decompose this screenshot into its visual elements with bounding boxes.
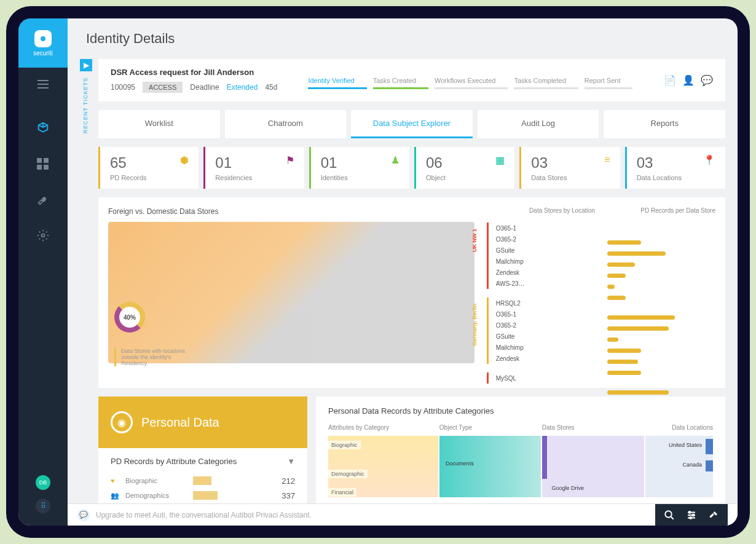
tab-chatroom[interactable]: Chatroom	[225, 110, 347, 138]
bar	[607, 326, 669, 331]
tab-reports[interactable]: Reports	[604, 110, 725, 138]
map-card: Foreign vs. Domestic Data Stores 40% Dat…	[98, 197, 725, 388]
stat-data-locations[interactable]: 03Data Locations📍	[625, 147, 725, 189]
stat-residencies[interactable]: 01Residencies⚑	[203, 147, 304, 189]
bar	[607, 274, 626, 278]
bar	[607, 390, 669, 395]
user-avatar[interactable]: DB	[36, 475, 50, 490]
step-report: Report Sent	[585, 77, 621, 84]
stat-identities[interactable]: 01Identities♟	[309, 147, 409, 189]
bar	[607, 296, 626, 300]
brand-name: securiti	[33, 50, 53, 57]
sankey-title: Personal Data Records by Attribute Categ…	[328, 406, 713, 416]
tab-explorer[interactable]: Data Subject Explorer	[351, 110, 473, 138]
step-verified: Identity Verified	[308, 77, 354, 84]
personal-data-card: ◉ Personal Data PD Records by Attribute …	[98, 396, 307, 519]
shield-eye-icon: ◉	[111, 411, 133, 433]
people-icon: 👥	[111, 492, 119, 500]
location-group-berlin: Germany, Berlin HRSQL2 O365-1 O365-2 GSu…	[487, 298, 595, 364]
sk-h2: Object Type	[439, 424, 542, 431]
nav-item-gear[interactable]	[34, 226, 52, 245]
document-icon[interactable]: 📄	[664, 74, 676, 86]
pd-subtitle: PD Records by Attribute Categories	[111, 457, 237, 466]
footer-text: Upgrade to meet Auti, the conversational…	[96, 511, 312, 519]
stat-pd-records[interactable]: 65PD Records⬢	[98, 147, 199, 189]
request-header: DSR Access request for Jill Anderson 100…	[98, 59, 725, 101]
deadline-days: 45d	[265, 83, 277, 92]
step-tasks-created: Tasks Created	[373, 77, 416, 84]
svg-rect-1	[44, 158, 49, 163]
tab-worklist[interactable]: Worklist	[98, 110, 220, 138]
sk-h4: Data Locations	[645, 424, 713, 431]
recent-tickets-label: RECENT TICKETS	[82, 77, 89, 133]
chat-bubble-icon[interactable]: 💬	[77, 509, 90, 521]
bar	[607, 240, 641, 245]
bar	[607, 337, 618, 342]
menu-toggle-icon[interactable]	[37, 80, 49, 89]
svg-rect-0	[37, 158, 42, 163]
step-tasks-completed: Tasks Completed	[514, 77, 565, 84]
stat-object[interactable]: 06Object▦	[414, 147, 514, 189]
sankey-card: Personal Data Records by Attribute Categ…	[316, 396, 725, 519]
nav-item-grid[interactable]	[34, 155, 52, 173]
brand-logo[interactable]: securiti	[18, 18, 68, 68]
barcode-icon: ▦	[495, 154, 505, 166]
person-icon: ♟	[391, 154, 400, 166]
nav-item-wrench[interactable]	[34, 191, 52, 209]
bar	[607, 285, 615, 289]
request-id: 100095	[111, 83, 135, 92]
sidebar: securiti DB ⠿	[18, 18, 68, 526]
svg-point-6	[689, 511, 691, 513]
bar	[607, 349, 641, 353]
pin-icon: 📍	[703, 154, 715, 166]
location-group-uk: UK NW 1 O365-1 O365-2 GSuite Mailchimp Z…	[487, 223, 595, 289]
col-stores-title: Data Stores by Location	[487, 207, 595, 214]
svg-point-5	[665, 511, 672, 518]
svg-point-7	[693, 514, 695, 516]
footer-bar: 💬 Upgrade to meet Auti, the conversation…	[68, 503, 738, 526]
request-title: DSR Access request for Jill Anderson	[111, 68, 277, 77]
stats-row: 65PD Records⬢ 01Residencies⚑ 01Identitie…	[98, 147, 725, 189]
map-note: Data Stores with locations outside the i…	[114, 348, 188, 366]
sliders-icon[interactable]	[686, 510, 697, 521]
svg-point-4	[42, 234, 45, 237]
bar	[607, 315, 675, 320]
access-badge: ACCESS	[143, 82, 183, 93]
user-icon[interactable]: 👤	[682, 74, 695, 86]
heart-icon: ♥	[111, 477, 119, 484]
tab-audit[interactable]: Audit Log	[478, 110, 599, 138]
hammer-icon[interactable]	[708, 510, 719, 521]
donut-chart: 40%	[114, 302, 145, 333]
expand-arrow-icon[interactable]: ▶	[80, 59, 92, 71]
sk-h1: Attributes by Category	[328, 424, 439, 431]
world-map: 40% Data Stores with locations outside t…	[108, 222, 474, 363]
attr-row-demographics: 👥 Demographics 337	[111, 488, 295, 503]
svg-rect-3	[44, 165, 49, 170]
deadline-label: Deadline	[190, 83, 219, 92]
search-icon[interactable]	[664, 510, 675, 521]
apps-grid-icon[interactable]: ⠿	[36, 499, 50, 513]
svg-rect-2	[37, 165, 42, 170]
svg-point-8	[690, 517, 691, 519]
stat-data-stores[interactable]: 03Data Stores≡	[519, 147, 620, 189]
sankey-diagram: Biographic Demographic Financial Documen…	[328, 436, 713, 497]
logo-icon	[34, 30, 52, 47]
step-workflows: Workflows Executed	[435, 77, 495, 84]
bar	[607, 251, 666, 256]
deadline-status: Extended	[227, 83, 258, 92]
col-records-title: PD Records per Data Store	[607, 207, 715, 214]
chat-icon[interactable]: 💬	[701, 74, 713, 86]
flag-icon: ⚑	[286, 154, 294, 166]
page-title: Identity Details	[68, 18, 738, 59]
bar	[607, 262, 635, 267]
database-icon: ≡	[604, 154, 610, 165]
attr-row-biographic: ♥ Biographic 212	[111, 473, 295, 488]
map-title: Foreign vs. Domestic Data Stores	[108, 207, 474, 216]
bar	[607, 360, 638, 364]
hexagon-icon: ⬢	[180, 154, 189, 166]
nav-item-cube[interactable]	[34, 119, 52, 138]
recent-tickets-tab[interactable]: ▶ RECENT TICKETS	[80, 59, 95, 133]
chevron-down-icon[interactable]: ▼	[287, 457, 295, 466]
location-group-extra: MySQL	[487, 373, 595, 384]
pd-title: Personal Data	[141, 416, 219, 430]
